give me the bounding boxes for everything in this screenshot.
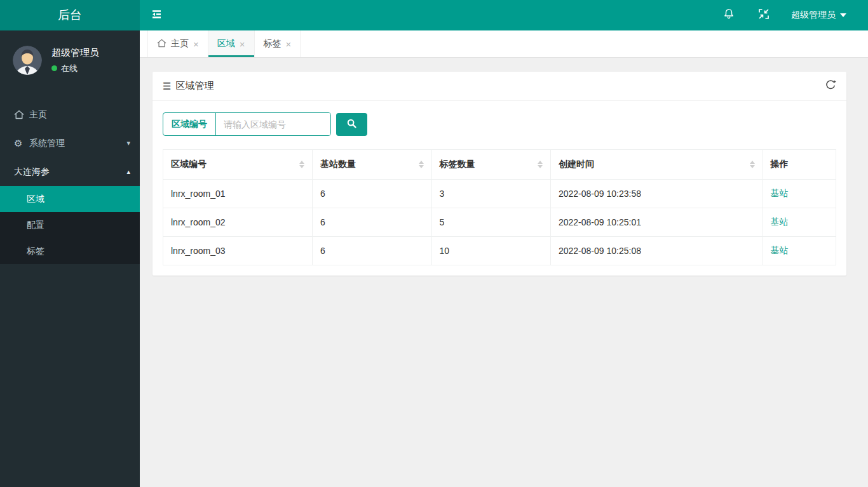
column-header-tag-count[interactable]: 标签数量 [431,150,550,180]
column-header-created-at[interactable]: 创建时间 [550,150,763,180]
column-label: 操作 [771,159,789,169]
search-button[interactable] [336,113,367,136]
cell-region-id: lnrx_room_02 [163,208,313,237]
sidebar-item-system[interactable]: ⚙ 系统管理 ▾ [0,129,140,157]
close-icon[interactable]: × [193,39,199,49]
tab-home[interactable]: 主页 × [147,30,208,57]
sort-icon[interactable] [750,161,755,168]
search-row: 区域编号 [153,101,846,146]
sidebar-item-label: 区域 [27,194,44,205]
cell-action: 基站 [763,208,836,237]
fullscreen-button[interactable] [749,0,778,30]
sidebar-submenu-container: 区域 配置 标签 [0,186,140,264]
outdent-icon [151,8,163,23]
cell-action: 基站 [763,180,836,208]
sort-icon[interactable] [419,161,424,168]
bell-icon [722,8,735,23]
search-icon [346,118,357,131]
sidebar-item-label: 主页 [29,109,47,121]
sidebar-item-label: 大连海参 [14,166,50,178]
column-header-region-id[interactable]: 区域编号 [163,150,313,180]
region-id-input[interactable] [216,113,330,135]
tab-label: 区域 [217,38,235,50]
region-management-panel: ☰ 区域管理 区域编号 [153,72,846,276]
caret-down-icon: ▾ [126,139,130,147]
panel-title: 区域管理 [175,80,214,92]
tabbar: 主页 × 区域 × 标签 × [140,30,868,58]
sidebar-item-tag[interactable]: 标签 [0,238,140,264]
user-name: 超级管理员 [51,47,99,59]
base-station-link[interactable]: 基站 [771,217,789,227]
search-group: 区域编号 [163,112,331,136]
sidebar: 超级管理员 在线 主页 ⚙ 系统管理 ▾ 大连海参 ▴ [0,30,140,487]
cell-created-at: 2022-08-09 10:25:01 [550,208,763,237]
cell-base-stations: 6 [313,208,431,237]
caret-down-icon [840,13,846,17]
table-body: lnrx_room_01 6 3 2022-08-09 10:23:58 基站 … [163,180,836,265]
caret-up-icon: ▴ [126,168,130,176]
column-header-base-stations[interactable]: 基站数量 [313,150,431,180]
panel-header: ☰ 区域管理 [153,72,846,101]
user-menu[interactable]: 超级管理员 [783,0,850,30]
cell-region-id: lnrx_room_03 [163,237,313,265]
sidebar-item-config[interactable]: 配置 [0,212,140,238]
close-icon[interactable]: × [286,39,292,49]
sort-icon[interactable] [538,161,543,168]
sort-icon[interactable] [299,161,304,168]
tab-label: 主页 [171,38,189,50]
tab-label: 标签 [264,38,281,50]
sidebar-submenu: 区域 配置 标签 [0,186,140,264]
cell-tag-count: 10 [431,237,550,265]
cell-created-at: 2022-08-09 10:25:08 [550,237,763,265]
column-label: 基站数量 [320,159,356,169]
cell-region-id: lnrx_room_01 [163,180,313,208]
home-icon [14,110,29,119]
cell-tag-count: 5 [431,208,550,237]
table-row: lnrx_room_03 6 10 2022-08-09 10:25:08 基站 [163,237,836,265]
search-field-label: 区域编号 [163,113,216,135]
top-navbar: 后台 [0,0,868,30]
sidebar-menu: 主页 ⚙ 系统管理 ▾ 大连海参 ▴ 区域 配置 标签 [0,100,140,264]
cell-action: 基站 [763,237,836,265]
sidebar-item-label: 标签 [27,246,44,257]
main-content: 主页 × 区域 × 标签 × ☰ 区域管理 [140,30,868,487]
base-station-link[interactable]: 基站 [771,245,789,255]
column-label: 标签数量 [440,159,475,169]
cell-base-stations: 6 [313,237,431,265]
sidebar-item-dalian[interactable]: 大连海参 ▴ [0,157,140,186]
sidebar-toggle-button[interactable] [140,0,173,30]
panel-menu-icon: ☰ [163,81,171,92]
tab-region[interactable]: 区域 × [208,30,255,57]
refresh-button[interactable] [824,79,836,93]
notifications-button[interactable] [714,0,744,30]
close-icon[interactable]: × [240,39,245,49]
navbar-main: 超级管理员 [140,0,868,30]
sidebar-item-home[interactable]: 主页 [0,100,140,129]
refresh-icon [824,79,836,93]
online-status-dot [51,65,57,71]
avatar [13,46,42,75]
sidebar-item-region[interactable]: 区域 [0,186,140,212]
sidebar-user-panel: 超级管理员 在线 [0,30,140,89]
navbar-right: 超级管理员 [714,0,868,30]
column-label: 区域编号 [171,159,207,169]
compress-icon [758,8,770,22]
table-row: lnrx_room_02 6 5 2022-08-09 10:25:01 基站 [163,208,836,237]
cell-tag-count: 3 [431,180,550,208]
base-station-link[interactable]: 基站 [771,188,789,198]
app-logo[interactable]: 后台 [0,0,140,30]
table-row: lnrx_room_01 6 3 2022-08-09 10:23:58 基站 [163,180,836,208]
home-icon [157,39,166,50]
tab-tag[interactable]: 标签 × [255,30,301,57]
column-header-action: 操作 [763,150,836,180]
cell-created-at: 2022-08-09 10:23:58 [550,180,763,208]
sidebar-item-label: 配置 [27,220,44,231]
table-header-row: 区域编号 基站数量 标签数量 创建时间 [163,150,836,180]
column-label: 创建时间 [559,159,594,169]
sidebar-item-label: 系统管理 [29,138,65,149]
gear-icon: ⚙ [14,138,29,149]
sidebar-user-info: 超级管理员 在线 [51,47,99,74]
user-status: 在线 [51,63,99,74]
table-wrapper: 区域编号 基站数量 标签数量 创建时间 [153,146,846,265]
user-menu-label: 超级管理员 [791,10,836,21]
